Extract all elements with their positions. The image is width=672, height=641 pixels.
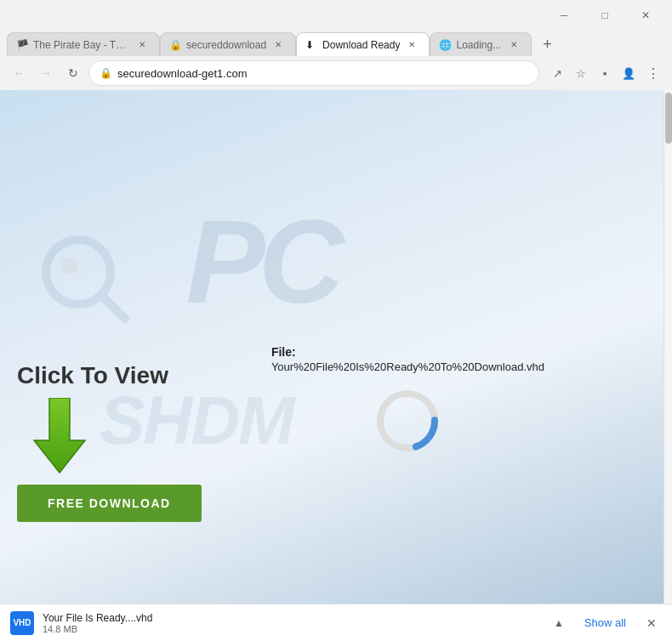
tab-close-piratebay[interactable]: ✕ <box>135 38 149 52</box>
scrollbar-thumb[interactable] <box>665 93 672 144</box>
download-expand-button[interactable]: ▲ <box>549 613 569 633</box>
back-button[interactable]: ← <box>7 61 31 85</box>
download-bar: VHD Your File Is Ready....vhd 14.8 MB ▲ … <box>0 604 672 641</box>
lock-icon: 🔒 <box>100 67 112 79</box>
tab-close-download[interactable]: ✕ <box>405 38 419 52</box>
tab-loading[interactable]: 🌐 Loading... ✕ <box>430 32 532 56</box>
forward-button[interactable]: → <box>34 61 58 85</box>
tab-label-piratebay: The Pirate Bay - The g <box>33 39 130 51</box>
share-button[interactable]: ↗ <box>546 62 568 84</box>
arrow-down-icon <box>26 398 94 478</box>
page-content: PC SHDM File: Your%20File%20Is%20Ready%2… <box>0 90 663 604</box>
new-tab-button[interactable]: + <box>535 32 559 56</box>
scrollbar[interactable] <box>663 90 672 604</box>
browser-body: PC SHDM File: Your%20File%20Is%20Ready%2… <box>0 90 672 604</box>
tab-label-loading: Loading... <box>456 39 502 51</box>
profile-button[interactable]: 👤 <box>618 62 640 84</box>
tab-secureddownload[interactable]: 🔒 secureddownload ✕ <box>160 32 296 56</box>
tab-close-loading[interactable]: ✕ <box>507 38 521 52</box>
address-bar[interactable]: 🔒 securedownload-get1.com <box>88 60 539 86</box>
tab-favicon-download: ⬇ <box>305 39 317 51</box>
address-bar-row: ← → ↻ 🔒 securedownload-get1.com ↗ ☆ ▪ 👤 … <box>0 56 672 90</box>
show-all-button[interactable]: Show all <box>578 611 633 634</box>
address-actions: ↗ ☆ ▪ 👤 ⋮ <box>546 61 665 85</box>
bookmark-button[interactable]: ☆ <box>570 62 592 84</box>
tab-favicon-loading: 🌐 <box>439 39 451 51</box>
download-info: Your File Is Ready....vhd 14.8 MB <box>43 612 540 634</box>
tab-label-download: Download Ready <box>322 39 400 51</box>
page-main: Click To View FREE DOWNLOAD <box>0 90 663 604</box>
free-download-button[interactable]: FREE DOWNLOAD <box>17 485 202 522</box>
click-to-view-text: Click To View <box>17 362 168 389</box>
tab-favicon-secured: 🔒 <box>169 39 181 51</box>
window-controls: ─ □ ✕ <box>544 3 665 27</box>
tab-close-secured[interactable]: ✕ <box>271 38 285 52</box>
download-size: 14.8 MB <box>43 624 540 634</box>
tab-label-secured: secureddownload <box>186 39 266 51</box>
file-type-label: VHD <box>13 618 31 627</box>
browser-menu-button[interactable]: ⋮ <box>641 61 665 85</box>
download-filename: Your File Is Ready....vhd <box>43 612 540 624</box>
tab-piratebay[interactable]: 🏴 The Pirate Bay - The g ✕ <box>7 32 160 56</box>
close-button[interactable]: ✕ <box>626 3 665 27</box>
download-file-icon: VHD <box>10 611 34 635</box>
title-bar: ─ □ ✕ <box>0 0 672 27</box>
tab-favicon-piratebay: 🏴 <box>16 39 28 51</box>
maximize-button[interactable]: □ <box>585 3 624 27</box>
extensions-button[interactable]: ▪ <box>594 62 616 84</box>
download-bar-close-button[interactable]: ✕ <box>641 613 662 633</box>
minimize-button[interactable]: ─ <box>544 3 584 27</box>
svg-marker-5 <box>34 398 85 473</box>
tab-download-ready[interactable]: ⬇ Download Ready ✕ <box>296 32 430 56</box>
tabs-bar: 🏴 The Pirate Bay - The g ✕ 🔒 secureddown… <box>0 27 672 56</box>
refresh-button[interactable]: ↻ <box>61 61 85 85</box>
address-url: securedownload-get1.com <box>117 67 528 80</box>
browser-window: ─ □ ✕ 🏴 The Pirate Bay - The g ✕ 🔒 secur… <box>0 0 672 641</box>
